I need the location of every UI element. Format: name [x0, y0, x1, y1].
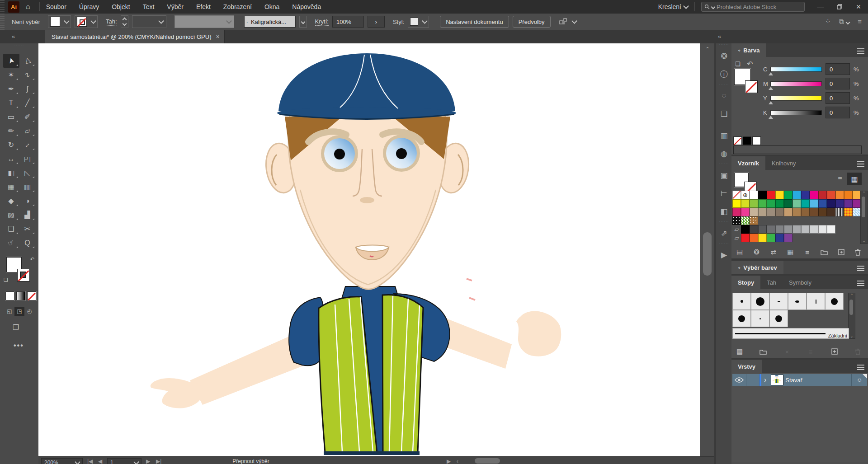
- first-artboard-icon[interactable]: |◀: [87, 458, 93, 464]
- slider-thumb[interactable]: [769, 113, 773, 119]
- brush-scrollbar[interactable]: ⌃⌄: [848, 293, 855, 339]
- pathfinder-panel-icon[interactable]: ◧: [716, 202, 732, 220]
- scale-tool[interactable]: ↕: [19, 138, 36, 152]
- swatch[interactable]: [818, 225, 827, 234]
- brush-dropdown-arrow[interactable]: [299, 16, 307, 28]
- swatch[interactable]: [784, 234, 793, 242]
- slice-tool[interactable]: ✂: [19, 222, 36, 236]
- swatch-kinds-icon[interactable]: ▦: [785, 248, 796, 257]
- perspective-grid-tool[interactable]: ◺: [19, 166, 36, 180]
- stock-search-input[interactable]: Prohledat Adobe Stock: [701, 2, 805, 12]
- swatch[interactable]: [818, 199, 827, 208]
- blend-tool[interactable]: ◑: [19, 194, 36, 208]
- home-icon[interactable]: ⌂: [23, 3, 33, 11]
- swatch[interactable]: [732, 208, 741, 216]
- tab-tah[interactable]: Tah: [760, 276, 783, 289]
- shaper-tool[interactable]: ✏: [3, 124, 19, 138]
- swatch[interactable]: [775, 199, 784, 208]
- swatch[interactable]: [827, 225, 835, 234]
- selection-properties-icon[interactable]: ◌: [716, 87, 732, 105]
- gpu-preview-icon[interactable]: ⧉: [839, 18, 850, 26]
- barva-swap-icon[interactable]: ↷: [747, 60, 753, 68]
- swatch[interactable]: [767, 191, 775, 199]
- stroke-color-dropdown[interactable]: [75, 15, 98, 28]
- export-panel-icon[interactable]: ⇗: [716, 224, 732, 242]
- swatch[interactable]: [767, 199, 775, 208]
- brush-item[interactable]: [769, 310, 788, 327]
- style-dropdown[interactable]: [408, 16, 429, 28]
- swatch[interactable]: [827, 208, 835, 216]
- eraser-tool[interactable]: ▱: [19, 124, 36, 138]
- mesh-tool[interactable]: ▦: [3, 180, 19, 194]
- vrstvy-menu-icon[interactable]: [857, 363, 864, 371]
- slider-m-track[interactable]: [770, 81, 822, 86]
- free-transform-tool[interactable]: ◰: [19, 152, 36, 166]
- swatch[interactable]: [758, 225, 767, 234]
- brush-item[interactable]: [788, 293, 807, 310]
- swatch[interactable]: [775, 191, 784, 199]
- brush-item[interactable]: [769, 293, 788, 310]
- swatch[interactable]: [741, 234, 750, 242]
- swatch[interactable]: [801, 225, 810, 234]
- vertical-scroll-thumb[interactable]: [703, 232, 712, 276]
- swatch[interactable]: [732, 199, 741, 208]
- scroll-up-icon[interactable]: ⌃: [700, 46, 715, 52]
- layer-name[interactable]: Stavař: [785, 377, 802, 384]
- brush-libraries-icon[interactable]: ▤: [734, 347, 745, 356]
- slider-m-value[interactable]: 0: [826, 78, 850, 89]
- swatch[interactable]: [775, 234, 784, 242]
- swatch[interactable]: [784, 208, 793, 216]
- none-button[interactable]: [27, 291, 36, 300]
- artwork-construction-worker[interactable]: [38, 43, 700, 456]
- color-group-folder-icon[interactable]: ▱: [732, 225, 741, 234]
- color-themes-icon[interactable]: ❂: [751, 248, 762, 257]
- swatch[interactable]: [810, 199, 818, 208]
- arrange-documents-icon[interactable]: ⁘: [825, 18, 831, 26]
- restore-button[interactable]: [830, 0, 849, 14]
- brush-item-basic[interactable]: Základní: [732, 328, 849, 339]
- cc-libraries-icon[interactable]: [758, 347, 769, 356]
- swatch-none[interactable]: [732, 191, 741, 199]
- draw-behind-icon[interactable]: ◳: [14, 307, 24, 316]
- default-fill-stroke-icon[interactable]: ❏: [4, 277, 8, 283]
- swatch[interactable]: [810, 225, 818, 234]
- swatch[interactable]: [818, 208, 827, 216]
- swatch[interactable]: [810, 191, 818, 199]
- zoom-tool[interactable]: Q: [19, 236, 36, 250]
- actions-panel-icon[interactable]: ▶: [716, 246, 732, 264]
- swatch[interactable]: [741, 225, 750, 234]
- rotate-tool[interactable]: ↻: [3, 138, 19, 152]
- slider-y-track[interactable]: [770, 96, 822, 101]
- collapse-dock-icon[interactable]: «: [718, 33, 721, 40]
- tab-symboly[interactable]: Symboly: [783, 276, 818, 289]
- tab-stopy[interactable]: Stopy: [731, 276, 760, 289]
- opacity-field[interactable]: 100%: [332, 16, 364, 28]
- layer-visibility-toggle[interactable]: [732, 374, 746, 386]
- layer-expand-icon[interactable]: ›: [764, 376, 766, 384]
- stopy-menu-icon[interactable]: [857, 279, 864, 287]
- tab-vzornik[interactable]: Vzorník: [731, 156, 765, 170]
- layer-lock-cell[interactable]: [746, 374, 760, 386]
- draw-inside-icon[interactable]: ◴: [24, 307, 34, 316]
- new-color-group-icon[interactable]: [819, 248, 830, 257]
- artboard-navigation-dropdown[interactable]: 1: [107, 458, 142, 464]
- swatch[interactable]: [750, 225, 758, 234]
- tab-close-icon[interactable]: ×: [216, 33, 220, 40]
- screen-mode-icon[interactable]: ❐: [13, 323, 38, 332]
- menu-item-soubor[interactable]: Soubor: [46, 3, 66, 10]
- stroke-weight-stepper[interactable]: [121, 15, 128, 28]
- pen-tool[interactable]: ✒: [3, 82, 19, 96]
- paintbrush-tool[interactable]: ✐: [19, 110, 36, 124]
- new-swatch-icon[interactable]: [836, 248, 847, 257]
- direct-selection-tool[interactable]: ▷: [19, 54, 36, 68]
- document-tab[interactable]: Stavař samostatně.ai* @ 200% (CMYK/Náhle…: [45, 30, 225, 43]
- column-graph-tool[interactable]: ▟: [19, 208, 36, 222]
- swatch-libraries-icon[interactable]: ▤: [734, 248, 745, 257]
- menu-item-objekt[interactable]: Objekt: [112, 3, 130, 10]
- shape-builder-tool[interactable]: ◧: [3, 166, 19, 180]
- swatch[interactable]: [732, 216, 741, 225]
- close-button[interactable]: ×: [849, 0, 868, 14]
- stroke-weight-label[interactable]: Tah:: [106, 18, 117, 26]
- document-setup-button[interactable]: Nastavení dokumentu: [440, 16, 509, 28]
- vyber-barev-menu-icon[interactable]: [857, 264, 864, 272]
